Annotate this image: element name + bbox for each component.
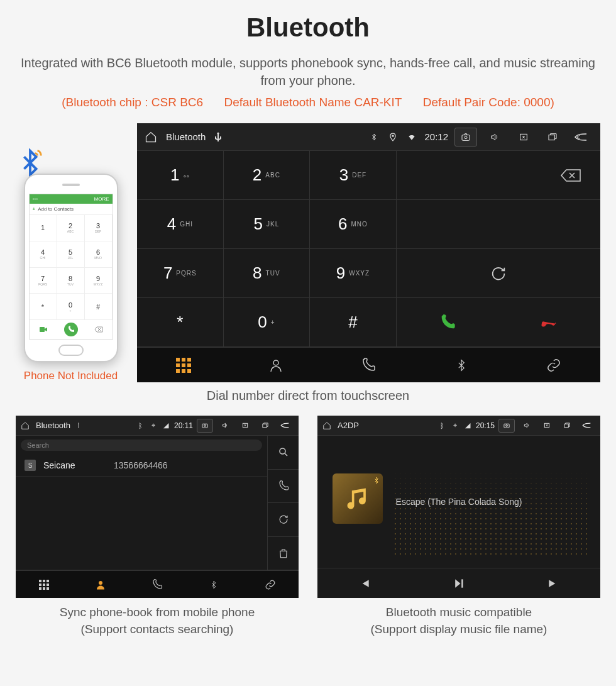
home-icon[interactable]: [145, 131, 157, 143]
svg-point-14: [506, 425, 508, 427]
volume-button[interactable]: [217, 419, 233, 433]
phone-home-button[interactable]: [58, 345, 84, 356]
nav-pair[interactable]: [508, 348, 600, 382]
phone-key-2[interactable]: 2ABC: [57, 215, 85, 241]
phone-icon: [361, 358, 376, 373]
volume-button[interactable]: [483, 128, 506, 147]
nav-history[interactable]: [322, 348, 415, 382]
person-icon: [95, 579, 106, 590]
phone-key-6[interactable]: 6MNO: [85, 241, 113, 268]
recent-button[interactable]: [257, 419, 273, 433]
side-search[interactable]: [268, 436, 299, 470]
phone-key-*[interactable]: *: [30, 294, 57, 320]
phone-key-9[interactable]: 9WXYZ: [85, 268, 113, 294]
screenshot-button[interactable]: [197, 419, 213, 433]
music-card: A2DP ᛒ ⌖ ◢ 20:15 Escape (The Pina Colada…: [317, 416, 600, 638]
side-delete[interactable]: [268, 537, 299, 571]
play-pause-button[interactable]: [412, 568, 506, 598]
wifi-icon: [405, 133, 418, 141]
contacts-app-title: Bluetooth: [36, 421, 70, 430]
dial-key-5[interactable]: 5JKL: [224, 200, 311, 249]
contact-name: Seicane: [43, 460, 106, 470]
prev-button[interactable]: [317, 568, 412, 598]
contacts-caption: Sync phone-book from mobile phone (Suppo…: [16, 604, 299, 638]
close-button[interactable]: [512, 128, 535, 147]
phone-video-icon[interactable]: [30, 320, 57, 339]
screenshot-button[interactable]: [498, 419, 515, 433]
phone-key-5[interactable]: 5JKL: [57, 241, 85, 268]
phone-key-7[interactable]: 7PQRS: [30, 268, 57, 294]
back-button[interactable]: [570, 128, 593, 147]
recent-button[interactable]: [559, 419, 575, 433]
status-bar: Bluetooth 20:12: [137, 123, 600, 151]
phone-call-button[interactable]: [57, 320, 85, 339]
recent-button[interactable]: [541, 128, 564, 147]
phone-key-4[interactable]: 4GHI: [30, 241, 57, 268]
svg-rect-7: [202, 424, 207, 428]
nav-dialpad[interactable]: [137, 348, 229, 382]
dialer-screen: Bluetooth 20:12 1ₒₒ2ABC3DEF4GHI5JKL6MNO7…: [137, 123, 600, 382]
home-icon[interactable]: [322, 421, 331, 430]
close-button[interactable]: [237, 419, 253, 433]
clock: 20:12: [424, 131, 448, 142]
volume-button[interactable]: [519, 419, 535, 433]
phone-key-8[interactable]: 8TUV: [57, 268, 85, 294]
svg-point-11: [280, 448, 285, 454]
dial-key-9[interactable]: 9WXYZ: [310, 249, 397, 298]
dial-key-6[interactable]: 6MNO: [310, 200, 397, 249]
nav-bluetooth[interactable]: [185, 571, 242, 598]
screenshot-button[interactable]: [454, 128, 477, 147]
phone-backspace-icon[interactable]: [85, 320, 113, 339]
wifi-icon: ◢: [162, 421, 170, 429]
dial-key-7[interactable]: 7PQRS: [137, 249, 224, 298]
dial-key-2[interactable]: 2ABC: [224, 151, 311, 200]
contact-row[interactable]: S Seicane 13566664466: [16, 455, 267, 477]
dial-key-3[interactable]: 3DEF: [310, 151, 397, 200]
dial-key-1[interactable]: 1ₒₒ: [137, 151, 224, 200]
phone-key-#[interactable]: #: [85, 294, 113, 320]
music-note-icon: [344, 485, 371, 512]
dial-key-#[interactable]: #: [310, 298, 397, 347]
back-button[interactable]: [579, 419, 595, 433]
next-button[interactable]: [506, 568, 600, 598]
phone-key-3[interactable]: 3DEF: [85, 215, 113, 241]
usb-icon: [212, 132, 224, 142]
location-icon: ⌖: [451, 421, 459, 429]
side-sync[interactable]: [268, 503, 299, 537]
close-button[interactable]: [539, 419, 555, 433]
dial-key-0[interactable]: 0+: [224, 298, 311, 347]
phone-key-0[interactable]: 0+: [57, 294, 85, 320]
nav-pair[interactable]: [242, 571, 299, 598]
phone-key-1[interactable]: 1: [30, 215, 57, 241]
backspace-key[interactable]: [397, 151, 600, 200]
nav-history[interactable]: [129, 571, 185, 598]
dial-key-4[interactable]: 4GHI: [137, 200, 224, 249]
contacts-status-bar: Bluetooth ⁞ ᛒ ⌖ ◢ 20:11: [16, 416, 299, 436]
svg-rect-17: [461, 579, 463, 587]
svg-rect-10: [263, 424, 267, 428]
svg-rect-0: [40, 327, 45, 332]
search-input[interactable]: Search: [21, 440, 262, 451]
music-status-bar: A2DP ᛒ ⌖ ◢ 20:15: [317, 416, 600, 436]
side-call[interactable]: [268, 470, 299, 504]
call-button[interactable]: [397, 298, 498, 347]
dial-key-8[interactable]: 8TUV: [224, 249, 311, 298]
bluetooth-status-icon: ᛒ: [438, 422, 447, 429]
nav-bluetooth[interactable]: [415, 348, 507, 382]
nav-dialpad[interactable]: [16, 571, 72, 598]
phone-add-contacts[interactable]: + Add to Contacts: [30, 204, 113, 215]
svg-rect-16: [564, 424, 568, 428]
nav-contacts[interactable]: [229, 348, 322, 382]
nav-contacts[interactable]: [72, 571, 129, 598]
dialpad-icon: [39, 580, 49, 590]
spec-chip: (Bluetooth chip : CSR BC6: [62, 96, 203, 109]
svg-point-3: [465, 136, 467, 138]
dialpad-icon: [176, 358, 191, 373]
svg-rect-13: [504, 424, 509, 428]
redial-key[interactable]: [397, 249, 600, 298]
dial-key-*[interactable]: *: [137, 298, 224, 347]
visualizer: [393, 461, 588, 555]
back-button[interactable]: [277, 419, 294, 433]
hangup-button[interactable]: [498, 298, 600, 347]
home-icon[interactable]: [21, 421, 30, 430]
